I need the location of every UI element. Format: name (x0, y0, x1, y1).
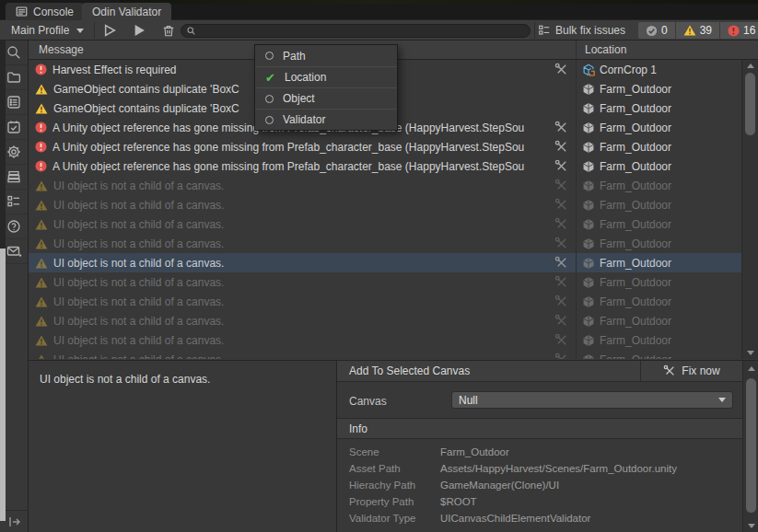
info-section-title: Info (337, 418, 742, 439)
canvas-dropdown[interactable]: Null (451, 391, 733, 409)
resolved-filter-button[interactable]: 0 (638, 22, 675, 39)
issue-row[interactable]: UI object is not a child of a canvas.Far… (29, 311, 741, 330)
fix-wrench-icon[interactable] (554, 121, 568, 134)
fix-wrench-icon[interactable] (554, 217, 568, 231)
background-sliver-top (120, 0, 758, 4)
issue-message-cell[interactable]: UI object is not a child of a canvas. (29, 234, 576, 253)
issue-location-cell[interactable]: Farm_Outdoor (576, 214, 741, 234)
issue-location-cell[interactable]: Farm_Outdoor (576, 176, 741, 195)
profile-dropdown[interactable]: Main Profile (4, 21, 91, 40)
issue-message-cell[interactable]: UI object is not a child of a canvas. (29, 176, 576, 195)
issue-location-cell[interactable]: CornCrop 1 (576, 60, 741, 79)
column-header-location[interactable]: Location (576, 40, 741, 59)
issue-message-cell[interactable]: UI object is not a child of a canvas. (29, 330, 576, 350)
list-scrollbar[interactable] (741, 60, 758, 359)
menu-item-path[interactable]: Path (255, 45, 397, 66)
canvas-dropdown-value: Null (459, 394, 478, 407)
issue-message-cell[interactable]: UI object is not a child of a canvas. (29, 272, 576, 292)
issue-detail-panel: UI object is not a child of a canvas. (29, 360, 336, 532)
fix-wrench-icon[interactable] (554, 198, 568, 212)
location-label: Farm_Outdoor (600, 315, 671, 328)
issue-message: UI object is not a child of a canvas. (53, 315, 552, 328)
fix-wrench-icon[interactable] (554, 275, 568, 289)
issue-location-cell[interactable]: Farm_Outdoor (576, 350, 741, 359)
search-field[interactable] (181, 24, 531, 38)
clear-button[interactable] (155, 20, 181, 40)
issue-row[interactable]: A Unity object reference has gone missin… (29, 137, 741, 156)
issue-row[interactable]: UI object is not a child of a canvas.Far… (29, 292, 741, 311)
issue-location-cell[interactable]: Farm_Outdoor (576, 195, 741, 214)
errors-filter-button[interactable]: 16 (719, 22, 758, 39)
bulk-fix-issues-button[interactable]: Bulk fix issues (538, 21, 625, 40)
issue-row[interactable]: UI object is not a child of a canvas.Far… (29, 176, 741, 195)
issue-detail-message: UI object is not a child of a canvas. (40, 373, 210, 386)
search-icon (187, 27, 195, 35)
issue-message-cell[interactable]: UI object is not a child of a canvas. (29, 292, 576, 311)
fix-wrench-icon[interactable] (554, 179, 568, 192)
cube-icon (582, 334, 595, 347)
issue-location-cell[interactable]: Farm_Outdoor (576, 137, 741, 156)
fix-wrench-icon[interactable] (554, 63, 568, 76)
issue-message-cell[interactable]: UI object is not a child of a canvas. (29, 253, 576, 272)
folder-icon (6, 70, 21, 85)
issue-location-cell[interactable]: Farm_Outdoor (576, 311, 741, 330)
menu-item-object[interactable]: Object (255, 87, 397, 109)
menu-item-validator[interactable]: Validator (255, 109, 397, 130)
console-icon (16, 6, 28, 17)
fix-panel-scrollbar[interactable] (742, 361, 758, 532)
severity-filter-badges: 0 39 16 (638, 22, 758, 39)
fix-wrench-icon[interactable] (554, 314, 568, 328)
scroll-up-icon[interactable] (748, 366, 755, 371)
issue-message: UI object is not a child of a canvas. (53, 237, 552, 250)
issue-message-cell[interactable]: UI object is not a child of a canvas. (29, 350, 576, 359)
issue-location-cell[interactable]: Farm_Outdoor (576, 118, 741, 137)
scroll-up-icon[interactable] (747, 64, 754, 68)
fix-wrench-icon[interactable] (554, 333, 568, 347)
fix-wrench-icon[interactable] (554, 353, 568, 359)
fix-wrench-icon[interactable] (554, 295, 568, 308)
warning-icon (35, 84, 48, 95)
issue-location-cell[interactable]: Farm_Outdoor (576, 272, 741, 292)
issue-location-cell[interactable]: Farm_Outdoor (576, 156, 741, 176)
issue-location-cell[interactable]: Farm_Outdoor (576, 79, 741, 98)
fix-wrench-icon[interactable] (554, 256, 568, 270)
fix-now-button[interactable]: Fix now (640, 361, 742, 382)
prefab-variant-icon (582, 64, 595, 76)
issue-location-cell[interactable]: Farm_Outdoor (576, 253, 741, 272)
fix-wrench-icon[interactable] (554, 237, 568, 250)
run-outline-button[interactable] (97, 20, 123, 40)
issue-location-cell[interactable]: Farm_Outdoor (576, 292, 741, 311)
search-input[interactable] (199, 26, 524, 37)
run-button[interactable] (126, 20, 153, 40)
issue-row[interactable]: UI object is not a child of a canvas.Far… (29, 214, 741, 234)
issue-message-cell[interactable]: A Unity object reference has gone missin… (29, 156, 576, 176)
scrollbar-thumb[interactable] (746, 378, 756, 513)
issue-message-cell[interactable]: UI object is not a child of a canvas. (29, 311, 576, 330)
fix-wrench-icon[interactable] (554, 140, 568, 154)
issue-row[interactable]: UI object is not a child of a canvas.Far… (29, 330, 741, 350)
tab-console-label: Console (33, 6, 74, 18)
scroll-down-icon[interactable] (747, 351, 754, 355)
issue-row[interactable]: UI object is not a child of a canvas.Far… (29, 234, 741, 253)
issue-row[interactable]: UI object is not a child of a canvas.Far… (29, 253, 741, 272)
scrollbar-thumb[interactable] (745, 73, 755, 135)
warnings-filter-button[interactable]: 39 (675, 22, 719, 39)
fix-wrench-icon[interactable] (554, 159, 568, 173)
menu-item-location[interactable]: ✔Location (255, 66, 397, 87)
issue-location-cell[interactable]: Farm_Outdoor (576, 330, 741, 350)
info-label: Validator Type (349, 513, 440, 524)
issue-location-cell[interactable]: Farm_Outdoor (576, 234, 741, 253)
warning-icon (35, 103, 48, 114)
issue-row[interactable]: UI object is not a child of a canvas.Far… (29, 272, 741, 292)
issue-location-cell[interactable]: Farm_Outdoor (576, 98, 741, 118)
issue-message-cell[interactable]: A Unity object reference has gone missin… (29, 137, 576, 156)
issue-message-cell[interactable]: UI object is not a child of a canvas. (29, 195, 576, 214)
issue-row[interactable]: UI object is not a child of a canvas.Far… (29, 195, 741, 214)
scroll-down-icon[interactable] (748, 524, 755, 528)
issue-row[interactable]: A Unity object reference has gone missin… (29, 156, 741, 176)
tab-console[interactable]: Console (6, 3, 84, 20)
cube-icon (582, 179, 595, 192)
issue-row[interactable]: UI object is not a child of a canvas.Far… (29, 350, 741, 359)
tab-odin-validator[interactable]: Odin Validator (82, 3, 171, 20)
issue-message-cell[interactable]: UI object is not a child of a canvas. (29, 214, 576, 234)
